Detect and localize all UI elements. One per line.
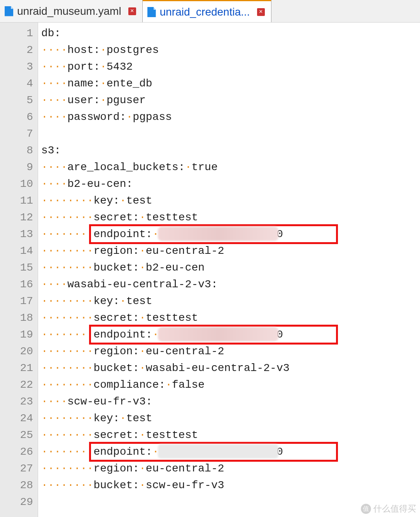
code-line[interactable]: ········compliance:·false: [41, 376, 290, 393]
tab-unraid-credentials[interactable]: unraid_credentia... ×: [143, 0, 271, 22]
code-text: key:·test: [93, 192, 152, 209]
code-text: region:·eu-central-2: [93, 243, 224, 259]
code-line[interactable]: ····port:·5432: [41, 58, 290, 75]
indent-guides: ········: [41, 309, 93, 326]
indent-guides: ········: [41, 326, 93, 343]
line-number: 10: [0, 176, 33, 192]
indent-guides: ········: [41, 243, 93, 259]
code-line[interactable]: db:: [41, 25, 290, 42]
line-number: 15: [0, 259, 33, 276]
indent-guides: ····: [41, 276, 67, 293]
line-number: 13: [0, 226, 33, 243]
editor: 1234567891011121314151617181920212223242…: [0, 23, 420, 517]
indent-guides: ····: [41, 159, 67, 176]
line-number: 22: [0, 376, 33, 393]
code-line[interactable]: ········key:·test: [41, 293, 290, 309]
code-line[interactable]: ····name:·ente_db: [41, 75, 290, 92]
code-line[interactable]: ····are_local_buckets:·true: [41, 159, 290, 176]
line-number: 12: [0, 209, 33, 226]
line-number-gutter: 1234567891011121314151617181920212223242…: [0, 23, 38, 517]
line-number: 8: [0, 142, 33, 159]
redaction-blur: [158, 227, 278, 241]
line-number: 17: [0, 293, 33, 309]
line-number: 5: [0, 92, 33, 109]
code-line[interactable]: ········key:·test: [41, 410, 290, 427]
code-line[interactable]: ········secret:·testtest: [41, 309, 290, 326]
indent-guides: ········: [41, 410, 93, 427]
tab-unraid-museum[interactable]: unraid_museum.yaml ×: [0, 0, 143, 22]
code-text: scw-eu-fr-v3:: [67, 393, 152, 410]
indent-guides: ········: [41, 460, 93, 477]
indent-guides: ····: [41, 176, 67, 192]
close-icon[interactable]: ×: [257, 8, 265, 16]
redaction-blur: [158, 327, 278, 341]
code-text: wasabi-eu-central-2-v3:: [67, 276, 217, 293]
line-number: 23: [0, 393, 33, 410]
code-text: compliance:·false: [93, 376, 205, 393]
file-icon: [5, 6, 13, 16]
code-text: are_local_buckets:·true: [67, 159, 217, 176]
code-line[interactable]: ········bucket:·b2-eu-cen: [41, 259, 290, 276]
code-line[interactable]: ········bucket:·wasabi-eu-central-2-v3: [41, 360, 290, 376]
code-text: db:: [41, 25, 61, 42]
indent-guides: ····: [41, 75, 67, 92]
indent-guides: ········: [41, 477, 93, 494]
code-text: key:·test: [93, 293, 152, 309]
watermark-text: 什么值得买: [373, 503, 416, 515]
code-area[interactable]: db:····host:·postgres····port:·5432····n…: [38, 23, 290, 517]
code-text: bucket:·b2-eu-cen: [93, 259, 205, 276]
line-number: 16: [0, 276, 33, 293]
code-text: user:·pguser: [67, 92, 146, 109]
code-line[interactable]: ········key:·test: [41, 192, 290, 209]
code-line[interactable]: ····host:·postgres: [41, 42, 290, 58]
code-line[interactable]: ····b2-eu-cen:: [41, 176, 290, 192]
line-number: 9: [0, 159, 33, 176]
line-number: 21: [0, 360, 33, 376]
code-text: password:·pgpass: [67, 109, 172, 125]
line-number: 25: [0, 427, 33, 443]
code-line[interactable]: ········secret:·testtest: [41, 209, 290, 226]
code-line[interactable]: ········bucket:·scw-eu-fr-v3: [41, 477, 290, 494]
redaction-blur: [158, 444, 278, 459]
line-number: 26: [0, 443, 33, 460]
indent-guides: ········: [41, 259, 93, 276]
indent-guides: ········: [41, 427, 93, 443]
indent-guides: ····: [41, 58, 67, 75]
code-line[interactable]: ····password:·pgpass: [41, 109, 290, 125]
indent-guides: ····: [41, 92, 67, 109]
code-line[interactable]: [41, 494, 290, 510]
code-text: region:·eu-central-2: [93, 343, 224, 360]
code-text: port:·5432: [67, 58, 133, 75]
line-number: 27: [0, 460, 33, 477]
indent-guides: ········: [41, 343, 93, 360]
line-number: 14: [0, 243, 33, 259]
code-line[interactable]: ········region:·eu-central-2: [41, 243, 290, 259]
indent-guides: ····: [41, 109, 67, 125]
line-number: 29: [0, 494, 33, 510]
code-line[interactable]: s3:: [41, 142, 290, 159]
code-line[interactable]: ········secret:·testtest: [41, 427, 290, 443]
indent-guides: ····: [41, 393, 67, 410]
code-text: secret:·testtest: [93, 309, 198, 326]
close-icon[interactable]: ×: [128, 7, 136, 15]
code-line[interactable]: ········region:·eu-central-2: [41, 343, 290, 360]
indent-guides: ········: [41, 443, 93, 460]
code-line[interactable]: ········region:·eu-central-2: [41, 460, 290, 477]
line-number: 28: [0, 477, 33, 494]
code-line[interactable]: [41, 125, 290, 142]
code-line[interactable]: ····user:·pguser: [41, 92, 290, 109]
code-text: key:·test: [93, 410, 152, 427]
line-number: 7: [0, 125, 33, 142]
code-text: secret:·testtest: [93, 427, 198, 443]
indent-guides: ········: [41, 293, 93, 309]
indent-guides: ········: [41, 209, 93, 226]
code-line[interactable]: ····wasabi-eu-central-2-v3:: [41, 276, 290, 293]
line-number: 19: [0, 326, 33, 343]
code-text: bucket:·scw-eu-fr-v3: [93, 477, 224, 494]
watermark-badge-icon: 值: [361, 504, 371, 514]
code-text: b2-eu-cen:: [67, 176, 133, 192]
code-text: region:·eu-central-2: [93, 460, 224, 477]
line-number: 2: [0, 42, 33, 58]
code-line[interactable]: ····scw-eu-fr-v3:: [41, 393, 290, 410]
line-number: 6: [0, 109, 33, 125]
